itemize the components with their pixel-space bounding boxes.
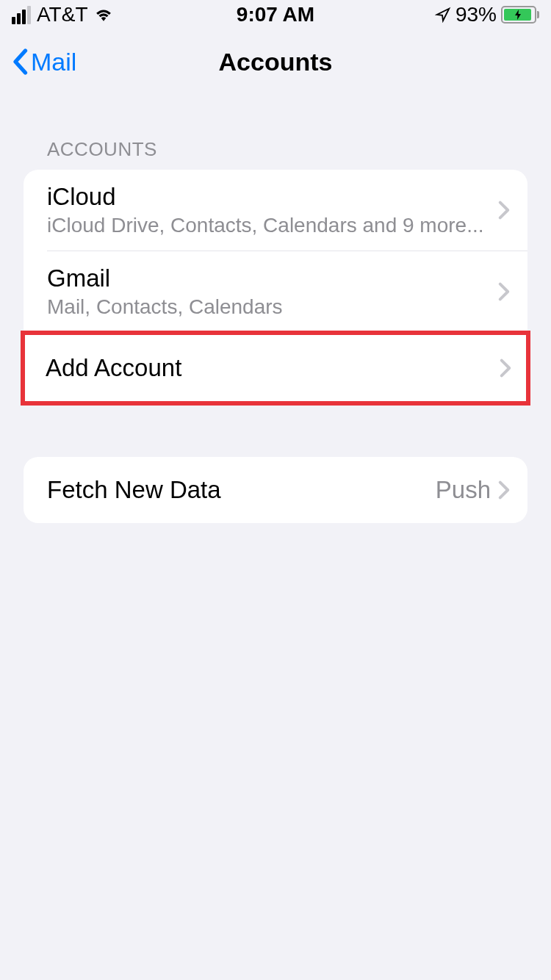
chevron-left-icon	[12, 48, 28, 75]
add-account-highlight: Add Account	[21, 331, 530, 406]
battery-percent: 93%	[455, 3, 497, 26]
chevron-right-icon	[498, 201, 510, 220]
chevron-right-icon	[498, 282, 510, 301]
chevron-right-icon	[500, 359, 511, 378]
section-header-accounts: Accounts	[0, 138, 551, 170]
status-right: 93%	[435, 3, 539, 26]
status-time: 9:07 AM	[237, 3, 314, 26]
nav-bar: Mail Accounts	[0, 29, 551, 94]
chevron-right-icon	[498, 480, 510, 500]
account-subtitle: Mail, Contacts, Calendars	[47, 295, 498, 319]
status-bar: AT&T 9:07 AM 93%	[0, 0, 551, 29]
back-button[interactable]: Mail	[12, 48, 76, 76]
account-subtitle: iCloud Drive, Contacts, Calendars and 9 …	[47, 214, 498, 237]
status-left: AT&T	[12, 3, 114, 26]
account-row-icloud[interactable]: iCloud iCloud Drive, Contacts, Calendars…	[24, 170, 527, 251]
battery-icon	[501, 6, 539, 24]
cell-signal-icon	[12, 6, 31, 24]
fetch-list: Fetch New Data Push	[24, 457, 527, 523]
carrier-label: AT&T	[37, 3, 87, 26]
accounts-list: iCloud iCloud Drive, Contacts, Calendars…	[24, 170, 527, 332]
content: Accounts iCloud iCloud Drive, Contacts, …	[0, 94, 551, 523]
fetch-title: Fetch New Data	[47, 476, 436, 504]
add-account-label: Add Account	[46, 354, 500, 382]
add-account-row[interactable]: Add Account	[25, 335, 526, 401]
fetch-value: Push	[436, 476, 491, 504]
fetch-new-data-row[interactable]: Fetch New Data Push	[24, 457, 527, 523]
charging-bolt-icon	[514, 10, 522, 20]
account-row-gmail[interactable]: Gmail Mail, Contacts, Calendars	[24, 251, 527, 332]
page-title: Accounts	[219, 48, 333, 76]
location-icon	[435, 7, 451, 23]
back-label: Mail	[31, 48, 76, 76]
account-title: Gmail	[47, 264, 498, 292]
account-title: iCloud	[47, 183, 498, 211]
wifi-icon	[93, 7, 114, 23]
